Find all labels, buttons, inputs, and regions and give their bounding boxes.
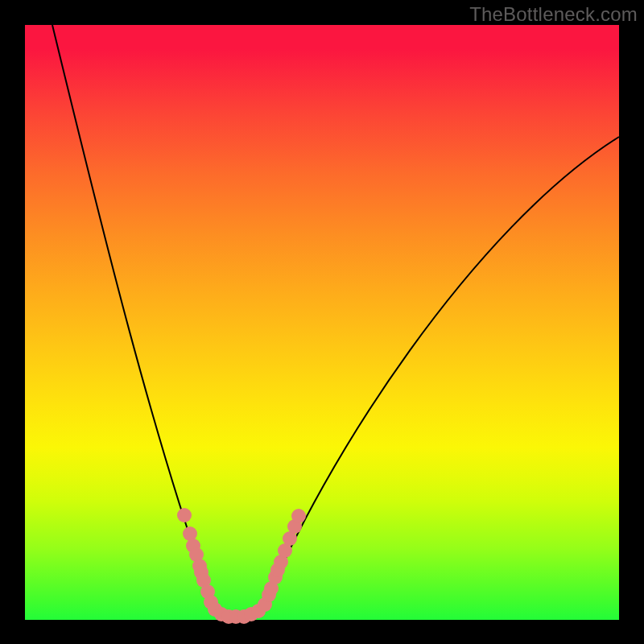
chart-svg	[25, 25, 619, 620]
watermark-text: TheBottleneck.com	[469, 3, 638, 26]
curve-dots	[177, 508, 306, 624]
chart-plot-area	[25, 25, 619, 620]
svg-point-25	[291, 509, 306, 523]
svg-point-0	[177, 508, 192, 522]
bottleneck-curve	[52, 25, 619, 618]
chart-frame: TheBottleneck.com	[0, 0, 644, 644]
